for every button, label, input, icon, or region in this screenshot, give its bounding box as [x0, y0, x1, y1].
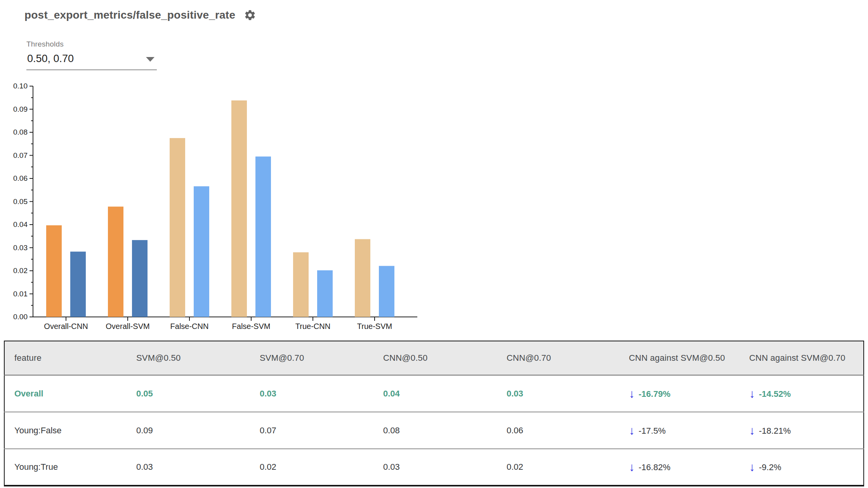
delta-cell: ↓-9.2%	[740, 449, 864, 486]
settings-button[interactable]	[244, 9, 257, 22]
value-cell: 0.02	[497, 449, 619, 486]
metric-widget: post_export_metrics/false_positive_rate …	[0, 0, 868, 488]
bar-Overall-SVM-threshold-0.70[interactable]	[132, 240, 148, 317]
column-header-cnn-070: CNN@0.70	[497, 341, 619, 375]
bar-True-SVM-threshold-0.70[interactable]	[379, 266, 394, 317]
bar-False-CNN-threshold-0.70[interactable]	[194, 186, 209, 317]
false-positive-rate-bar-chart: 0.000.010.020.030.040.050.060.070.080.09…	[12, 78, 435, 341]
down-arrow-icon: ↓	[629, 460, 635, 474]
feature-cell: Overall	[4, 375, 127, 412]
metric-title: post_export_metrics/false_positive_rate	[24, 9, 235, 21]
y-tick-label: 0.03	[13, 244, 28, 252]
delta-cell: ↓-17.5%	[619, 412, 740, 449]
bar-False-SVM-threshold-0.70[interactable]	[255, 156, 271, 317]
title-bar: post_export_metrics/false_positive_rate	[24, 9, 257, 22]
thresholds-dropdown[interactable]: Thresholds 0.50, 0.70	[26, 40, 157, 70]
bar-Overall-CNN-threshold-0.50[interactable]	[46, 225, 62, 317]
table-row-young-false[interactable]: Young:False 0.09 0.07 0.08 0.06 ↓-17.5% …	[4, 412, 864, 449]
delta-cell: ↓-16.82%	[619, 449, 740, 486]
down-arrow-icon: ↓	[749, 460, 755, 474]
y-tick-label: 0.06	[13, 174, 28, 182]
column-header-feature: feature	[4, 341, 127, 375]
table-header-row: feature SVM@0.50 SVM@0.70 CNN@0.50 CNN@0…	[4, 341, 864, 375]
value-cell: 0.03	[497, 375, 619, 412]
column-header-cnn-vs-svm-070: CNN against SVM@0.70	[740, 341, 864, 375]
delta-value: -17.5%	[639, 426, 666, 436]
table-row-young-true[interactable]: Young:True 0.03 0.02 0.03 0.02 ↓-16.82% …	[4, 449, 864, 486]
y-tick-label: 0.08	[13, 128, 28, 136]
value-cell: 0.09	[127, 412, 250, 449]
bar-Overall-CNN-threshold-0.70[interactable]	[70, 252, 86, 317]
value-cell: 0.02	[250, 449, 373, 486]
delta-value: -16.79%	[639, 389, 670, 399]
value-cell: 0.07	[250, 412, 373, 449]
value-cell: 0.06	[497, 412, 619, 449]
table-row-overall[interactable]: Overall 0.05 0.03 0.04 0.03 ↓-16.79% ↓-1…	[4, 375, 864, 412]
gear-icon	[244, 9, 256, 21]
x-tick-label: False-CNN	[170, 322, 209, 331]
y-tick-label: 0.02	[13, 266, 28, 275]
bar-True-CNN-threshold-0.50[interactable]	[293, 252, 309, 317]
delta-cell: ↓-14.52%	[740, 375, 864, 412]
bar-False-CNN-threshold-0.50[interactable]	[170, 138, 185, 317]
bar-False-SVM-threshold-0.50[interactable]	[231, 100, 247, 317]
y-tick-label: 0.10	[13, 82, 28, 90]
value-cell: 0.03	[373, 449, 497, 486]
delta-value: -14.52%	[759, 389, 791, 399]
delta-value: -18.21%	[759, 426, 791, 436]
value-cell: 0.04	[373, 375, 497, 412]
delta-cell: ↓-18.21%	[740, 412, 864, 449]
thresholds-select[interactable]: 0.50, 0.70	[26, 51, 157, 70]
x-tick-label: Overall-SVM	[106, 322, 149, 331]
y-tick-label: 0.01	[13, 290, 28, 298]
feature-cell: Young:False	[4, 412, 127, 449]
y-tick-label: 0.09	[13, 105, 28, 113]
feature-cell: Young:True	[4, 449, 127, 486]
thresholds-value: 0.50, 0.70	[27, 53, 74, 64]
column-header-cnn-vs-svm-050: CNN against SVM@0.50	[619, 341, 740, 375]
column-header-cnn-050: CNN@0.50	[373, 341, 497, 375]
x-tick-label: True-CNN	[295, 322, 330, 331]
chevron-down-icon	[146, 57, 155, 62]
bar-True-CNN-threshold-0.70[interactable]	[317, 270, 333, 317]
column-header-svm-070: SVM@0.70	[250, 341, 373, 375]
y-tick-label: 0.07	[13, 151, 28, 159]
metrics-table: feature SVM@0.50 SVM@0.70 CNN@0.50 CNN@0…	[4, 341, 864, 486]
delta-cell: ↓-16.79%	[619, 375, 740, 412]
value-cell: 0.03	[127, 449, 250, 486]
bar-Overall-SVM-threshold-0.50[interactable]	[108, 207, 123, 317]
down-arrow-icon: ↓	[749, 387, 755, 400]
delta-value: -16.82%	[639, 462, 670, 472]
x-tick-label: Overall-CNN	[44, 322, 88, 331]
down-arrow-icon: ↓	[749, 424, 755, 437]
y-tick-label: 0.00	[13, 313, 28, 321]
value-cell: 0.05	[127, 375, 250, 412]
bar-True-SVM-threshold-0.50[interactable]	[355, 239, 370, 317]
y-tick-label: 0.05	[13, 197, 28, 206]
x-tick-label: False-SVM	[232, 322, 271, 331]
down-arrow-icon: ↓	[629, 387, 635, 400]
y-tick-label: 0.04	[13, 220, 28, 228]
column-header-svm-050: SVM@0.50	[127, 341, 250, 375]
value-cell: 0.08	[373, 412, 497, 449]
x-tick-label: True-SVM	[357, 322, 392, 331]
thresholds-label: Thresholds	[26, 40, 157, 48]
down-arrow-icon: ↓	[629, 424, 635, 437]
delta-value: -9.2%	[759, 462, 781, 472]
value-cell: 0.03	[250, 375, 373, 412]
